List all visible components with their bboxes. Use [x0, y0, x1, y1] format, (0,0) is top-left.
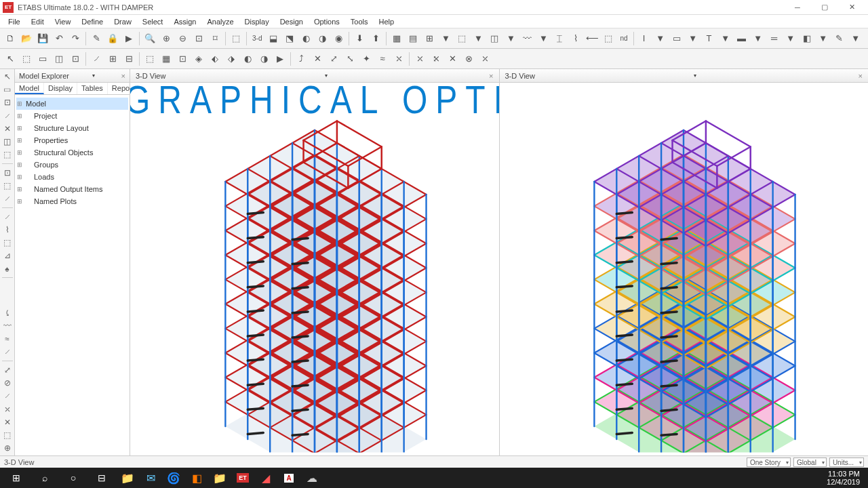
- toolbar-btn-40[interactable]: ⟵: [585, 31, 599, 46]
- toolbar-btn-3[interactable]: ↶: [52, 31, 66, 46]
- taskbar-app-4[interactable]: ◢: [255, 468, 277, 487]
- tree-item[interactable]: Named Output Items: [16, 183, 128, 195]
- tree-item[interactable]: Structural Objects: [16, 146, 128, 159]
- side-btn-4[interactable]: ✕: [1, 123, 14, 134]
- explorer-tab-display[interactable]: Display: [44, 83, 77, 94]
- toolbar2-btn-22[interactable]: ⤢: [326, 52, 341, 66]
- toolbar2-btn-24[interactable]: ✦: [359, 52, 374, 66]
- toolbar-btn-6[interactable]: ✎: [89, 31, 104, 46]
- toolbar-btn-44[interactable]: I: [637, 31, 652, 46]
- side-btn-1[interactable]: ▭: [1, 83, 14, 95]
- view-tab-left[interactable]: 3-D View ▾ ×: [130, 69, 499, 83]
- taskbar-app-5[interactable]: ☁: [301, 468, 323, 487]
- explorer-tab-tables[interactable]: Tables: [77, 83, 108, 94]
- toolbar-btn-16[interactable]: ⬚: [229, 31, 243, 46]
- toolbar-btn-55[interactable]: ▼: [816, 31, 831, 46]
- view-close-icon[interactable]: ×: [859, 72, 863, 80]
- toolbar2-btn-10[interactable]: ⬚: [142, 52, 157, 66]
- toolbar-btn-22[interactable]: ◑: [315, 31, 330, 46]
- toolbar-btn-53[interactable]: ▼: [783, 31, 798, 46]
- search-button[interactable]: ⌕: [31, 468, 58, 488]
- toolbar2-btn-13[interactable]: ◈: [191, 52, 206, 66]
- side-btn-3[interactable]: ⟋: [1, 110, 14, 121]
- toolbar-btn-19[interactable]: ⬓: [266, 31, 281, 46]
- toolbar-btn-4[interactable]: ↷: [68, 31, 83, 46]
- toolbar-btn-30[interactable]: ⊞: [422, 31, 437, 46]
- side-btn-0[interactable]: ↖: [1, 70, 14, 82]
- side-btn-16[interactable]: ♠: [1, 263, 14, 274]
- toolbar-btn-41[interactable]: ⬚: [601, 31, 616, 46]
- side-btn-31[interactable]: ⊕: [1, 443, 14, 454]
- tree-item[interactable]: Named Plots: [16, 195, 128, 207]
- taskbar-app-autocad[interactable]: A: [278, 468, 300, 487]
- toolbar-btn-36[interactable]: 〰: [519, 31, 534, 46]
- toolbar2-btn-30[interactable]: ✕: [445, 52, 460, 66]
- toolbar-btn-49[interactable]: ▼: [718, 31, 733, 46]
- toolbar2-btn-23[interactable]: ⤡: [342, 52, 357, 66]
- status-selector[interactable]: Global: [793, 458, 827, 467]
- toolbar-btn-26[interactable]: ⬆: [368, 31, 383, 46]
- toolbar-btn-52[interactable]: ═: [767, 31, 782, 46]
- tree-item[interactable]: Loads: [16, 171, 128, 183]
- toolbar2-btn-7[interactable]: ⊞: [105, 52, 120, 66]
- taskbar-app-etabs[interactable]: ET: [232, 468, 254, 487]
- explorer-panel-header[interactable]: Model Explorer ▾ ×: [15, 69, 130, 83]
- toolbar2-btn-6[interactable]: ⟋: [89, 52, 104, 66]
- menu-help[interactable]: Help: [374, 16, 400, 27]
- menu-file[interactable]: File: [3, 16, 26, 27]
- toolbar-btn-37[interactable]: ▼: [536, 31, 551, 46]
- toolbar-btn-57[interactable]: ▼: [848, 31, 863, 46]
- toolbar-btn-8[interactable]: ▶: [121, 31, 136, 46]
- explorer-close-icon[interactable]: ×: [121, 72, 125, 80]
- toolbar-btn-12[interactable]: ⊖: [175, 31, 190, 46]
- toolbar2-btn-21[interactable]: ✕: [310, 52, 325, 66]
- toolbar-btn-7[interactable]: 🔒: [105, 31, 120, 46]
- pin-icon[interactable]: ▾: [92, 73, 95, 79]
- toolbar-btn-45[interactable]: ▼: [653, 31, 668, 46]
- menu-design[interactable]: Design: [275, 16, 309, 27]
- side-btn-28[interactable]: ⤫: [1, 403, 14, 415]
- menu-tools[interactable]: Tools: [345, 16, 374, 27]
- taskbar-clock[interactable]: 11:03 PM 12/4/2019: [821, 470, 865, 486]
- toolbar-btn-32[interactable]: ⬚: [454, 31, 469, 46]
- tree-item[interactable]: Groups: [16, 159, 128, 171]
- menu-view[interactable]: View: [50, 16, 77, 27]
- toolbar-btn-38[interactable]: ⌶: [552, 31, 567, 46]
- taskbar-app-mail[interactable]: ✉: [140, 468, 161, 487]
- side-btn-23[interactable]: ⟋: [1, 346, 14, 358]
- side-btn-25[interactable]: ⤢: [1, 364, 14, 375]
- toolbar2-btn-32[interactable]: ⤫: [477, 52, 492, 66]
- toolbar-btn-20[interactable]: ⬔: [282, 31, 297, 46]
- viewport-right[interactable]: [500, 83, 869, 455]
- taskbar-app-3[interactable]: 📁: [209, 468, 231, 487]
- toolbar-btn-33[interactable]: ▼: [471, 31, 486, 46]
- menu-draw[interactable]: Draw: [108, 16, 137, 27]
- view-close-icon[interactable]: ×: [489, 72, 493, 80]
- toolbar2-btn-11[interactable]: ▦: [159, 52, 174, 66]
- toolbar-btn-23[interactable]: ◉: [331, 31, 346, 46]
- dropdown-icon[interactable]: ▾: [694, 73, 696, 79]
- side-btn-14[interactable]: ⬚: [1, 237, 14, 248]
- side-btn-21[interactable]: 〰: [1, 320, 14, 331]
- toolbar-btn-48[interactable]: T: [702, 31, 717, 46]
- side-btn-15[interactable]: ⊿: [1, 250, 14, 262]
- toolbar-btn-50[interactable]: ▬: [734, 31, 749, 46]
- side-btn-26[interactable]: ⊘: [1, 377, 14, 388]
- close-button[interactable]: ✕: [838, 0, 865, 15]
- status-selector[interactable]: One Story: [747, 458, 791, 467]
- toolbar-btn-29[interactable]: ▤: [406, 31, 420, 46]
- toolbar2-btn-25[interactable]: ≈: [375, 52, 390, 66]
- menu-analyze[interactable]: Analyze: [201, 16, 239, 27]
- toolbar-btn-56[interactable]: ✎: [832, 31, 847, 46]
- tree-item[interactable]: Properties: [16, 134, 128, 146]
- dropdown-icon[interactable]: ▾: [325, 73, 328, 79]
- view-tab-right[interactable]: 3-D View ▾ ×: [500, 69, 869, 83]
- viewport-left[interactable]: GRAPHICAL OPTIONS IN ETABS: [130, 83, 499, 455]
- tree-item[interactable]: Model: [16, 98, 128, 110]
- toolbar2-btn-12[interactable]: ⊡: [175, 52, 190, 66]
- side-btn-18[interactable]: [1, 281, 14, 292]
- toolbar2-btn-28[interactable]: ⤫: [412, 52, 427, 66]
- menu-edit[interactable]: Edit: [26, 16, 50, 27]
- toolbar-btn-35[interactable]: ▼: [503, 31, 518, 46]
- side-btn-20[interactable]: ⤹: [1, 307, 14, 319]
